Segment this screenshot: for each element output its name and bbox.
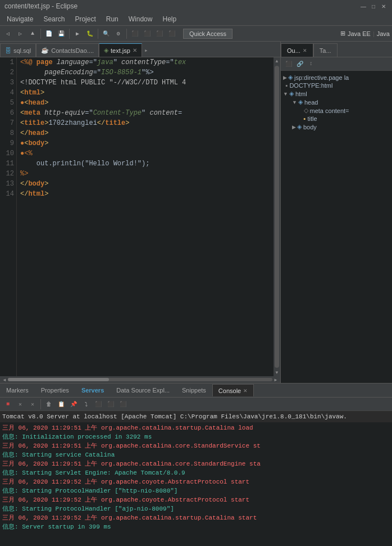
- sep3: [98, 29, 98, 39]
- console-scroll[interactable]: ⤵: [80, 399, 92, 410]
- console-pin[interactable]: 📌: [68, 399, 79, 410]
- right-tab-tasks[interactable]: Ta...: [313, 43, 338, 57]
- code-line-1: <%@ page language="java" contentType="te…: [20, 57, 270, 67]
- scroll-left-arrow[interactable]: ◀: [1, 376, 8, 383]
- outline-item-title[interactable]: ▪ title: [283, 115, 390, 123]
- console-line-11: 三月 06, 2020 11:29:52 上午 org.apache.catal…: [2, 513, 390, 522]
- quick-access-button[interactable]: Quick Access: [183, 29, 233, 39]
- bottom-tab-markers[interactable]: Markers: [0, 384, 35, 396]
- code-content[interactable]: <%@ page language="java" contentType="te…: [17, 57, 274, 376]
- tab-contactsdao-icon: ☕: [41, 47, 49, 54]
- bottom-tab-properties[interactable]: Properties: [35, 384, 75, 396]
- perspective-javaee[interactable]: Java EE: [348, 30, 371, 37]
- tab-overflow[interactable]: ▸: [142, 43, 151, 57]
- console-line-5: 三月 06, 2020 11:29:51 上午 org.apache.catal…: [2, 459, 390, 468]
- perspective-icon: ⊞: [340, 30, 345, 37]
- toolbar-new[interactable]: 📄: [43, 28, 54, 39]
- scrollbar-thumb[interactable]: [8, 378, 109, 381]
- menu-window[interactable]: Window: [124, 14, 157, 24]
- outline-link[interactable]: 🔗: [294, 58, 306, 70]
- tab-sql[interactable]: 🗄 sql.sql: [0, 43, 36, 57]
- console-clear[interactable]: 🗑: [43, 399, 54, 410]
- code-line-5: ●<head>: [20, 98, 270, 108]
- right-tab-outline[interactable]: Ou... ✕: [281, 43, 313, 57]
- toolbar-forward[interactable]: ▷: [15, 28, 26, 39]
- outline-icon-html: ◈: [289, 90, 294, 97]
- right-tab-tasks-label: Ta...: [320, 47, 331, 54]
- outline-item-directive[interactable]: ▶ ◈ jsp:directive.page la: [283, 73, 390, 82]
- app-title: content/text.jsp - Eclipse: [4, 2, 78, 10]
- bottom-tab-snippets[interactable]: Snippets: [176, 384, 212, 396]
- outline-label-directive: jsp:directive.page la: [294, 74, 349, 81]
- outline-sort[interactable]: ↕: [306, 58, 317, 70]
- menu-run[interactable]: Run: [102, 14, 123, 24]
- console-more1[interactable]: ⬛: [93, 399, 104, 410]
- console-line-2: 信息: Initialization processed in 3292 ms: [2, 432, 390, 441]
- minimize-button[interactable]: —: [359, 2, 367, 10]
- toolbar-more1[interactable]: ⬛: [129, 28, 140, 39]
- scroll-up-arrow[interactable]: ▲: [275, 57, 280, 65]
- scroll-down-arrow[interactable]: ▼: [275, 369, 280, 376]
- scrollbar-horizontal[interactable]: ◀ ▶: [0, 376, 280, 383]
- code-line-10: ●<%: [20, 148, 270, 159]
- code-line-2: pageEncoding="ISO-8859-1"%>: [20, 67, 270, 78]
- outline-item-head[interactable]: ▼ ◈ head: [283, 98, 390, 106]
- outline-content: ▶ ◈ jsp:directive.page la ▪ DOCTYPE:html…: [281, 71, 392, 383]
- scroll-right-arrow[interactable]: ▶: [272, 376, 279, 383]
- console-sep1: [40, 399, 41, 409]
- window-controls[interactable]: — □ ✕: [359, 2, 388, 10]
- bottom-tab-console-close[interactable]: ✕: [243, 388, 248, 394]
- console-more3[interactable]: ⬛: [117, 399, 129, 410]
- maximize-button[interactable]: □: [370, 2, 377, 10]
- menu-help[interactable]: Help: [158, 14, 181, 24]
- menu-search[interactable]: Search: [39, 14, 69, 24]
- toolbar-settings[interactable]: ⚙: [113, 28, 124, 39]
- outline-icon-head: ◈: [298, 98, 303, 106]
- close-button[interactable]: ✕: [380, 2, 388, 10]
- right-panel: Ou... ✕ Ta... ⬛ 🔗 ↕ ▶ ◈ jsp:directive.pa…: [281, 42, 392, 383]
- outline-item-doctype[interactable]: ▪ DOCTYPE:html: [283, 82, 390, 89]
- toolbar-more2[interactable]: ⬛: [142, 28, 153, 39]
- outline-arrow-title: [301, 116, 303, 121]
- sep1: [40, 29, 41, 39]
- code-line-8: </head>: [20, 128, 270, 138]
- outline-item-body[interactable]: ▶ ◈ body: [283, 123, 390, 131]
- bottom-tab-servers[interactable]: Servers: [75, 384, 110, 396]
- toolbar-up[interactable]: ▲: [27, 28, 38, 39]
- bottom-tab-console[interactable]: Console ✕: [212, 384, 254, 396]
- outline-icon-title: ▪: [304, 115, 306, 122]
- outline-arrow-directive: ▶: [283, 75, 287, 80]
- console-log-content: 三月 06, 2020 11:29:51 上午 org.apache.catal…: [0, 422, 392, 546]
- menu-navigate[interactable]: Navigate: [2, 14, 38, 24]
- console-more2[interactable]: ⬛: [105, 399, 116, 410]
- scrollbar-vertical[interactable]: ▲ ▼: [274, 57, 280, 376]
- code-line-3: <!DOCTYPE html PUBLIC "-//W3C//DTD HTML …: [20, 78, 270, 88]
- outline-collapse[interactable]: ⬛: [283, 58, 294, 70]
- tab-textjsp-close[interactable]: ✕: [133, 47, 137, 53]
- toolbar-more3[interactable]: ⬛: [154, 28, 165, 39]
- console-terminate[interactable]: ✕: [15, 399, 26, 410]
- toolbar-search[interactable]: 🔍: [101, 28, 112, 39]
- tab-textjsp[interactable]: ◈ text.jsp ✕: [99, 43, 142, 57]
- title-bar-text: content/text.jsp - Eclipse: [4, 2, 78, 10]
- editor-panel: 🗄 sql.sql ☕ ContactsDao.... ◈ text.jsp ✕…: [0, 42, 281, 383]
- toolbar-debug[interactable]: 🐛: [84, 28, 95, 39]
- bottom-tab-datasource[interactable]: Data Source Expl...: [110, 384, 176, 396]
- toolbar-run[interactable]: ▶: [72, 28, 83, 39]
- console-stop[interactable]: ■: [2, 399, 13, 410]
- scrollbar-track[interactable]: [8, 378, 272, 381]
- scroll-thumb[interactable]: [275, 66, 279, 368]
- toolbar-back[interactable]: ◁: [2, 28, 13, 39]
- bottom-tab-snippets-label: Snippets: [182, 387, 206, 394]
- perspective-java[interactable]: Java: [377, 30, 390, 37]
- toolbar-save[interactable]: 💾: [56, 28, 67, 39]
- console-copy[interactable]: 📋: [56, 399, 67, 410]
- tab-contactsdao[interactable]: ☕ ContactsDao....: [36, 43, 99, 57]
- outline-item-meta[interactable]: ◇ meta content=: [283, 106, 390, 115]
- menu-project[interactable]: Project: [70, 14, 100, 24]
- console-terminate2[interactable]: ✕: [27, 399, 38, 410]
- bottom-tab-markers-label: Markers: [6, 387, 29, 394]
- right-tab-outline-close[interactable]: ✕: [303, 48, 307, 53]
- toolbar-more4[interactable]: ⬛: [166, 28, 177, 39]
- outline-item-html[interactable]: ▼ ◈ html: [283, 89, 390, 98]
